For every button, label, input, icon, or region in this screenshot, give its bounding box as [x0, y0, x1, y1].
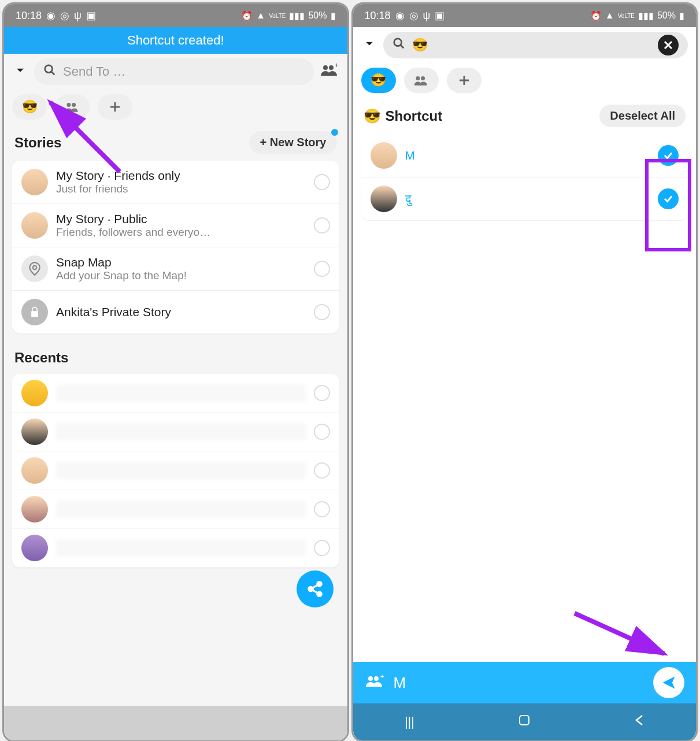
svg-text:+: + [335, 62, 339, 69]
shortcut-emoji-chip[interactable]: 😎 [361, 68, 396, 93]
groups-chip[interactable] [55, 94, 90, 120]
status-time: 10:18 [16, 10, 42, 22]
add-group-icon[interactable]: + [365, 673, 384, 693]
select-radio[interactable] [314, 217, 330, 234]
lte-icon: VoLTE [269, 13, 286, 19]
android-nav-bar: ||| [353, 703, 697, 740]
select-radio[interactable] [314, 385, 330, 401]
search-field[interactable]: Send To … [34, 58, 314, 85]
svg-rect-27 [520, 716, 529, 725]
svg-point-20 [416, 76, 420, 80]
story-row-public[interactable]: My Story · Public Friends, followers and… [12, 204, 339, 247]
send-bar: + M [353, 662, 697, 703]
blurred-name [56, 462, 306, 479]
select-radio[interactable] [314, 540, 330, 556]
select-radio[interactable] [314, 462, 330, 479]
home-nav-icon[interactable] [518, 714, 531, 730]
member-row[interactable]: दु [361, 177, 688, 220]
blurred-name [56, 539, 306, 557]
blurred-name [56, 501, 306, 518]
search-field[interactable]: 😎 [383, 32, 688, 58]
stories-title: Stories [14, 135, 61, 151]
shortcut-title: 😎 Shortcut [364, 108, 443, 124]
svg-point-5 [66, 103, 71, 107]
selected-check-icon[interactable] [658, 145, 679, 166]
send-preview-text: M [394, 674, 406, 692]
blurred-name [56, 423, 306, 440]
status-bar: 10:18 ◉ ◎ ψ ▣ ⏰ ▲ VoLTE ▮▮▮ 50% ▮ [353, 4, 697, 27]
recent-row[interactable] [12, 413, 339, 451]
battery-icon: ▮ [331, 10, 336, 21]
usb-icon: ψ [423, 10, 431, 22]
recent-row[interactable] [12, 451, 339, 490]
story-row-snapmap[interactable]: Snap Map Add your Snap to the Map! [12, 247, 339, 291]
story-row-friends[interactable]: My Story · Friends only Just for friends [12, 161, 339, 204]
search-header: 😎 [353, 27, 697, 63]
story-row-private[interactable]: Ankita's Private Story [12, 291, 339, 334]
phone-left: 10:18 ◉ ◎ ψ ▣ ⏰ ▲ VoLTE ▮▮▮ 50% ▮ Shortc… [2, 2, 349, 741]
select-radio[interactable] [314, 261, 330, 277]
add-group-icon[interactable]: + [320, 62, 339, 81]
send-button[interactable] [653, 667, 684, 698]
wifi-icon: ▲ [605, 10, 614, 21]
battery-text: 50% [657, 10, 676, 21]
share-fab[interactable] [297, 570, 334, 607]
signal-icon: ▮▮▮ [289, 10, 305, 21]
stories-card: My Story · Friends only Just for friends… [12, 161, 339, 334]
usb-icon: ψ [74, 10, 82, 22]
bottom-blur [4, 706, 347, 740]
groups-chip[interactable] [404, 68, 439, 93]
instagram-icon: ◎ [409, 9, 418, 22]
add-chip[interactable] [447, 68, 482, 93]
select-radio[interactable] [314, 174, 330, 190]
map-pin-icon [21, 255, 48, 282]
svg-point-11 [308, 587, 313, 591]
member-row[interactable]: M [361, 134, 688, 177]
gallery-icon: ▣ [86, 9, 96, 22]
chevron-down-icon[interactable] [12, 62, 28, 82]
search-value: 😎 [412, 38, 428, 53]
select-radio[interactable] [314, 424, 330, 440]
svg-text:+: + [380, 673, 384, 680]
search-icon [43, 64, 56, 80]
stories-section-header: Stories + New Story [4, 124, 347, 157]
select-radio[interactable] [314, 304, 330, 320]
avatar [21, 380, 48, 406]
battery-icon: ▮ [679, 10, 684, 21]
recent-row[interactable] [12, 374, 339, 413]
back-nav-icon[interactable] [634, 714, 645, 730]
shortcut-emoji-chip[interactable]: 😎 [12, 94, 47, 120]
notification-dot [331, 129, 338, 136]
recents-nav-icon[interactable]: ||| [405, 714, 414, 729]
recents-card [12, 374, 339, 568]
svg-line-13 [312, 585, 317, 588]
deselect-all-button[interactable]: Deselect All [599, 105, 686, 127]
status-time: 10:18 [365, 10, 391, 22]
wifi-icon: ▲ [256, 10, 265, 21]
whatsapp-icon: ◉ [395, 9, 405, 22]
status-bar: 10:18 ◉ ◎ ψ ▣ ⏰ ▲ VoLTE ▮▮▮ 50% ▮ [4, 4, 347, 27]
shortcut-created-banner: Shortcut created! [4, 27, 347, 54]
svg-line-14 [312, 590, 317, 593]
lock-icon [21, 299, 48, 325]
recent-row[interactable] [12, 490, 339, 529]
chevron-down-icon[interactable] [361, 35, 377, 55]
send-to-header: Send To … + [4, 54, 347, 90]
svg-point-10 [317, 582, 321, 587]
whatsapp-icon: ◉ [46, 9, 55, 22]
filter-chips: 😎 [4, 90, 347, 124]
svg-point-21 [421, 76, 425, 80]
blurred-name [56, 384, 306, 402]
search-placeholder: Send To … [63, 64, 125, 79]
svg-point-24 [368, 676, 373, 681]
add-chip[interactable] [98, 94, 132, 120]
recent-row[interactable] [12, 529, 339, 568]
select-radio[interactable] [314, 501, 330, 517]
avatar [21, 212, 48, 239]
new-story-button[interactable]: + New Story [249, 131, 336, 154]
svg-point-0 [45, 65, 53, 73]
selected-check-icon[interactable] [658, 188, 679, 209]
avatar [371, 142, 397, 169]
svg-line-17 [400, 45, 403, 49]
clear-search-button[interactable] [658, 35, 679, 55]
